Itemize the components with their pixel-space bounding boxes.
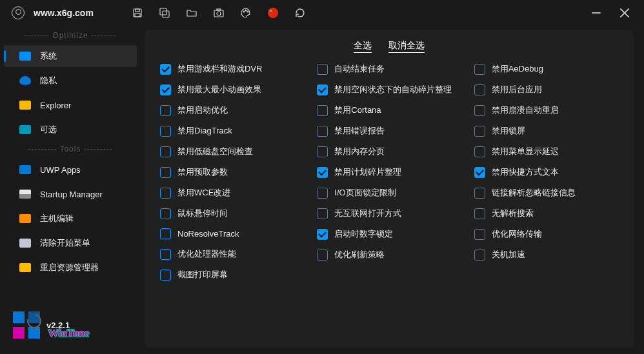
option-checkbox-row[interactable]: 无解析搜索 bbox=[474, 208, 618, 219]
option-checkbox-row[interactable]: 禁用DiagTrack bbox=[160, 125, 304, 137]
checkbox-icon[interactable] bbox=[317, 229, 328, 240]
sidebar-item-uwp-apps[interactable]: UWP Apps bbox=[4, 159, 137, 181]
sidebar-item-label: 主机编辑 bbox=[40, 213, 74, 224]
checkbox-icon[interactable] bbox=[160, 228, 171, 239]
deselect-all-link[interactable]: 取消全选 bbox=[388, 40, 425, 52]
option-label: 禁用DiagTrack bbox=[177, 125, 232, 137]
option-label: 禁用启动优化 bbox=[177, 104, 228, 116]
checkbox-icon[interactable] bbox=[160, 167, 171, 178]
option-checkbox-row[interactable]: 禁用锁屏 bbox=[474, 125, 618, 137]
checkbox-icon[interactable] bbox=[160, 208, 171, 219]
option-checkbox-row[interactable]: 禁用菜单显示延迟 bbox=[474, 146, 618, 157]
option-checkbox-row[interactable]: 禁用Cortana bbox=[317, 104, 461, 116]
option-checkbox-row[interactable]: 优化网络传输 bbox=[474, 228, 618, 240]
option-checkbox-row[interactable]: 关机加速 bbox=[474, 249, 618, 261]
option-checkbox-row[interactable]: 禁用低磁盘空间检查 bbox=[160, 146, 304, 157]
option-checkbox-row[interactable]: 优化处理器性能 bbox=[160, 248, 304, 260]
checkbox-icon[interactable] bbox=[160, 126, 171, 137]
options-columns: 禁用游戏栏和游戏DVR禁用最大最小动画效果禁用启动优化禁用DiagTrack禁用… bbox=[160, 63, 618, 280]
checkbox-icon[interactable] bbox=[160, 84, 171, 95]
option-checkbox-row[interactable]: 禁用错误报告 bbox=[317, 125, 461, 137]
svg-point-8 bbox=[243, 11, 245, 12]
language-flag-icon[interactable] bbox=[268, 8, 278, 18]
option-checkbox-row[interactable]: 优化刷新策略 bbox=[317, 249, 461, 261]
checkbox-icon[interactable] bbox=[317, 84, 328, 95]
sidebar-item-optional[interactable]: 可选 bbox=[4, 119, 137, 141]
checkbox-icon[interactable] bbox=[317, 250, 328, 261]
site-title: www.x6g.com bbox=[34, 8, 94, 18]
checkbox-icon[interactable] bbox=[474, 105, 485, 116]
option-checkbox-row[interactable]: I/O页面锁定限制 bbox=[317, 187, 461, 199]
option-checkbox-row[interactable]: 鼠标悬停时间 bbox=[160, 208, 304, 219]
checkbox-icon[interactable] bbox=[474, 188, 485, 199]
checkbox-icon[interactable] bbox=[317, 188, 328, 199]
option-label: 禁用菜单显示延迟 bbox=[492, 146, 559, 157]
checkbox-icon[interactable] bbox=[474, 167, 485, 178]
checkbox-icon[interactable] bbox=[474, 208, 485, 219]
toolbar bbox=[132, 8, 305, 18]
checkbox-icon[interactable] bbox=[160, 105, 171, 116]
option-checkbox-row[interactable]: 无互联网打开方式 bbox=[317, 208, 461, 219]
checkbox-icon[interactable] bbox=[317, 105, 328, 116]
option-label: 优化处理器性能 bbox=[177, 248, 236, 260]
save-as-icon[interactable] bbox=[159, 8, 170, 18]
option-checkbox-row[interactable]: 启动时数字锁定 bbox=[317, 228, 461, 240]
option-checkbox-row[interactable]: 禁用快捷方式文本 bbox=[474, 166, 618, 178]
section-tools-label: --------- Tools --------- bbox=[0, 144, 141, 153]
option-checkbox-row[interactable]: 禁用游戏栏和游戏DVR bbox=[160, 63, 304, 75]
option-checkbox-row[interactable]: 禁用空闲状态下的自动碎片整理 bbox=[317, 84, 461, 95]
close-button[interactable] bbox=[619, 8, 630, 18]
user-icon[interactable] bbox=[12, 6, 25, 19]
camera-icon[interactable] bbox=[214, 8, 224, 18]
checkbox-icon[interactable] bbox=[160, 188, 171, 199]
checkbox-icon[interactable] bbox=[317, 126, 328, 137]
save-icon[interactable] bbox=[132, 8, 143, 18]
checkbox-icon[interactable] bbox=[474, 84, 485, 95]
folder-open-icon[interactable] bbox=[186, 8, 197, 18]
sidebar-item-privacy[interactable]: 隐私 bbox=[4, 70, 137, 92]
checkbox-icon[interactable] bbox=[160, 146, 171, 157]
checkbox-icon[interactable] bbox=[160, 249, 171, 260]
app-logo-icon bbox=[13, 311, 40, 339]
option-label: 禁用内存分页 bbox=[334, 146, 385, 157]
sidebar-item-label: UWP Apps bbox=[40, 165, 81, 175]
sidebar-item-restart-explorer[interactable]: 重启资源管理器 bbox=[4, 257, 137, 279]
checkbox-icon[interactable] bbox=[474, 146, 485, 157]
option-checkbox-row[interactable]: 禁用计划碎片整理 bbox=[317, 166, 461, 178]
option-checkbox-row[interactable]: NoResolveTrack bbox=[160, 228, 304, 239]
option-label: 禁用崩溃自动重启 bbox=[492, 104, 559, 116]
refresh-icon[interactable] bbox=[295, 8, 305, 18]
windows-icon bbox=[19, 165, 31, 174]
sidebar-item-host-edit[interactable]: 主机编辑 bbox=[4, 208, 137, 230]
option-checkbox-row[interactable]: 禁用崩溃自动重启 bbox=[474, 104, 618, 116]
checkbox-icon[interactable] bbox=[474, 64, 485, 75]
sidebar-item-explorer[interactable]: Explorer bbox=[4, 94, 137, 116]
checkbox-icon[interactable] bbox=[317, 208, 328, 219]
svg-rect-3 bbox=[160, 8, 166, 15]
checkbox-icon[interactable] bbox=[474, 229, 485, 240]
option-checkbox-row[interactable]: 禁用AeDebug bbox=[474, 63, 618, 75]
sidebar-item-system[interactable]: 系统 bbox=[4, 45, 137, 67]
sidebar-item-clear-start-menu[interactable]: 清除开始菜单 bbox=[4, 232, 137, 254]
checkbox-icon[interactable] bbox=[317, 146, 328, 157]
option-checkbox-row[interactable]: 自动结束任务 bbox=[317, 63, 461, 75]
checkbox-icon[interactable] bbox=[474, 126, 485, 137]
option-checkbox-row[interactable]: 禁用最大最小动画效果 bbox=[160, 84, 304, 95]
option-checkbox-row[interactable]: 禁用启动优化 bbox=[160, 104, 304, 116]
checkbox-icon[interactable] bbox=[474, 250, 485, 261]
option-checkbox-row[interactable]: 禁用预取参数 bbox=[160, 166, 304, 178]
palette-icon[interactable] bbox=[241, 8, 251, 18]
select-all-link[interactable]: 全选 bbox=[354, 40, 372, 52]
checkbox-icon[interactable] bbox=[160, 270, 171, 280]
list-icon bbox=[19, 190, 31, 199]
minimize-button[interactable] bbox=[591, 8, 601, 18]
option-checkbox-row[interactable]: 截图打印屏幕 bbox=[160, 269, 304, 280]
option-checkbox-row[interactable]: 禁用内存分页 bbox=[317, 146, 461, 157]
option-checkbox-row[interactable]: 链接解析忽略链接信息 bbox=[474, 187, 618, 199]
sidebar-item-startup-manager[interactable]: Startup Manager bbox=[4, 183, 137, 205]
option-checkbox-row[interactable]: 禁用WCE改进 bbox=[160, 187, 304, 199]
checkbox-icon[interactable] bbox=[317, 167, 328, 178]
checkbox-icon[interactable] bbox=[317, 64, 328, 75]
option-checkbox-row[interactable]: 禁用后台应用 bbox=[474, 84, 618, 95]
checkbox-icon[interactable] bbox=[160, 64, 171, 75]
